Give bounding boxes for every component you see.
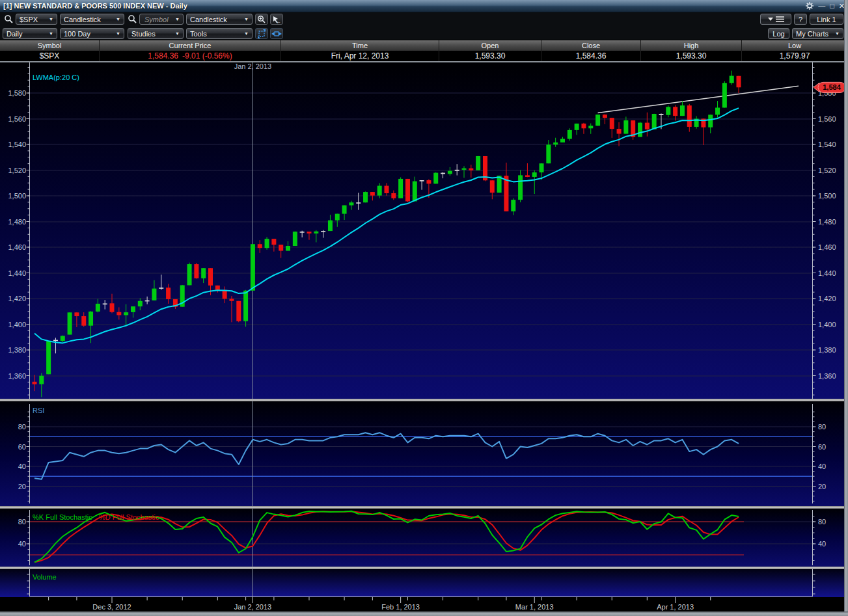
candle[interactable] xyxy=(426,180,431,183)
candle[interactable] xyxy=(265,239,269,248)
candle[interactable] xyxy=(314,232,318,234)
candle[interactable] xyxy=(194,264,198,278)
candle[interactable] xyxy=(229,299,234,301)
candle[interactable] xyxy=(166,288,171,299)
chart-style1-combobox[interactable]: Candlestick ▼ xyxy=(60,14,124,25)
candle[interactable] xyxy=(279,245,283,250)
candle[interactable] xyxy=(89,312,93,326)
log-scale-button[interactable]: Log xyxy=(768,28,789,39)
candle[interactable] xyxy=(448,171,452,174)
candle[interactable] xyxy=(124,312,128,315)
x-axis[interactable]: Dec 3, 2012Jan 2, 2013Feb 1, 2013Mar 1, … xyxy=(0,597,844,611)
candle[interactable] xyxy=(356,202,361,204)
candle[interactable] xyxy=(420,180,424,181)
autoscale-button[interactable] xyxy=(255,28,268,39)
candle[interactable] xyxy=(215,286,220,290)
candle[interactable] xyxy=(540,163,544,172)
candle[interactable] xyxy=(532,172,537,177)
candle[interactable] xyxy=(595,114,600,126)
candle[interactable] xyxy=(581,124,586,128)
candle[interactable] xyxy=(645,123,650,129)
pan-chart-button[interactable] xyxy=(270,28,283,39)
candle[interactable] xyxy=(223,290,227,299)
candle[interactable] xyxy=(603,114,607,118)
candle[interactable] xyxy=(560,139,565,143)
candle[interactable] xyxy=(708,114,713,127)
candle[interactable] xyxy=(103,304,107,305)
candle[interactable] xyxy=(476,156,480,170)
candle[interactable] xyxy=(258,244,262,248)
candle[interactable] xyxy=(363,192,368,202)
candle[interactable] xyxy=(469,168,473,170)
candle[interactable] xyxy=(145,301,150,302)
symbol2-combobox[interactable]: ▼ xyxy=(139,14,184,25)
tools-combobox[interactable]: Tools ▼ xyxy=(186,28,253,39)
candle[interactable] xyxy=(638,123,642,137)
candle[interactable] xyxy=(610,118,614,129)
candle[interactable] xyxy=(398,179,403,198)
range-combobox[interactable]: 100 Day ▼ xyxy=(60,28,124,39)
candle[interactable] xyxy=(138,301,143,306)
candle[interactable] xyxy=(413,181,417,202)
candle[interactable] xyxy=(575,124,579,130)
candle[interactable] xyxy=(61,336,65,341)
candle[interactable] xyxy=(490,180,495,193)
candle[interactable] xyxy=(553,142,558,144)
candle[interactable] xyxy=(730,76,734,83)
candle[interactable] xyxy=(659,114,663,115)
candle[interactable] xyxy=(455,170,459,171)
candle[interactable] xyxy=(715,108,720,115)
candle[interactable] xyxy=(588,126,593,128)
candle[interactable] xyxy=(652,114,657,129)
rsi-panel[interactable]: 8080606040402020RSI xyxy=(0,401,844,506)
symbol2-search-icon[interactable] xyxy=(128,14,138,25)
symbol1-search-icon[interactable] xyxy=(4,14,14,25)
studies-combobox[interactable]: Studies ▼ xyxy=(128,28,184,39)
candle[interactable] xyxy=(342,206,347,214)
candle[interactable] xyxy=(68,312,72,334)
candle[interactable] xyxy=(385,186,389,193)
candle[interactable] xyxy=(511,200,515,211)
candle[interactable] xyxy=(39,376,44,384)
candle[interactable] xyxy=(131,306,135,312)
candle[interactable] xyxy=(568,130,572,139)
settings-gear-icon[interactable] xyxy=(806,2,814,10)
candle[interactable] xyxy=(377,186,382,196)
zoom-in-button[interactable] xyxy=(255,14,268,25)
candle[interactable] xyxy=(518,175,523,200)
candle[interactable] xyxy=(110,303,115,312)
chart-menu-button[interactable] xyxy=(760,14,791,25)
candle[interactable] xyxy=(370,192,375,196)
candle[interactable] xyxy=(159,288,163,289)
candle[interactable] xyxy=(391,193,396,198)
candle[interactable] xyxy=(433,173,438,184)
window-title-bar[interactable]: [1] NEW STANDARD & POORS 500 INDEX NEW -… xyxy=(0,0,848,12)
candle[interactable] xyxy=(53,340,58,341)
candle[interactable] xyxy=(208,268,213,286)
symbol2-input[interactable] xyxy=(143,15,171,24)
candle[interactable] xyxy=(321,231,325,232)
candle[interactable] xyxy=(116,312,121,315)
candle[interactable] xyxy=(405,179,410,202)
candle[interactable] xyxy=(335,214,340,221)
stochastic-panel[interactable]: 80804040%K Full Stochastic%D Full Stocha… xyxy=(0,509,844,567)
candle[interactable] xyxy=(251,244,255,290)
candle[interactable] xyxy=(623,120,628,134)
candle[interactable] xyxy=(328,221,333,231)
chart-style2-combobox[interactable]: Candlestick ▼ xyxy=(186,14,253,25)
candle[interactable] xyxy=(737,76,741,88)
candle[interactable] xyxy=(462,168,467,170)
candle[interactable] xyxy=(187,264,192,285)
candle[interactable] xyxy=(307,232,311,234)
candle[interactable] xyxy=(293,232,297,246)
candle[interactable] xyxy=(525,175,530,177)
candle[interactable] xyxy=(33,382,37,384)
candle[interactable] xyxy=(81,316,86,326)
candle[interactable] xyxy=(152,289,156,301)
candle[interactable] xyxy=(546,144,551,163)
help-button[interactable]: ? xyxy=(794,14,807,25)
candle[interactable] xyxy=(617,129,622,134)
candlestick-price-panel[interactable]: 1,5801,5801,5601,5601,5401,5401,5201,520… xyxy=(0,62,844,399)
candle[interactable] xyxy=(666,107,670,114)
candle[interactable] xyxy=(286,246,290,251)
